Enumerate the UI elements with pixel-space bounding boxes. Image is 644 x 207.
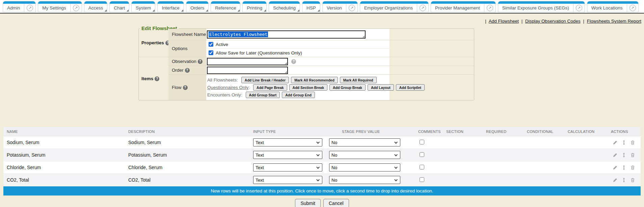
comments-checkbox[interactable] [420,177,424,182]
tab-popup-button[interactable]: ↗ [24,4,35,12]
edit-pencil-icon[interactable] [613,140,618,145]
tab-employer-organizations[interactable]: Employer Organizations ↗ [360,1,429,12]
row-insert-position-bar[interactable]: New rows will be inserted at this positi… [3,186,641,196]
edit-pencil-icon[interactable] [613,165,618,170]
move-row-icon[interactable] [621,153,626,158]
tab-label: Scheduling [269,4,300,12]
column-header-name: NAME [3,130,125,134]
tab-popup-button[interactable]: ↗ [484,4,495,12]
tab-version[interactable]: Version ↗ [322,1,358,12]
tab-my-settings[interactable]: My Settings ↗ [38,1,82,12]
comments-checkbox[interactable] [420,140,424,144]
option-allow-save: Allow Save for Later (Questionnaires Onl… [206,49,390,57]
cancel-button[interactable]: Cancel [323,199,349,207]
stage-prev-value-select[interactable]: No [329,163,400,171]
stage-prev-value-select[interactable]: No [329,176,400,184]
form-actions: Submit Cancel [0,199,644,207]
delete-trash-icon[interactable] [630,165,635,170]
field-label-text: Observation [172,59,196,64]
display-observation-codes-link[interactable]: Display Observation Codes [525,19,581,24]
tab-scheduling[interactable]: Scheduling [269,1,300,12]
add-section-break-button[interactable]: Add Section Break [289,84,327,91]
chevron-down-icon [316,178,320,181]
edit-pencil-icon[interactable] [613,178,618,183]
tab-provider-management[interactable]: Provider Management ↗ [431,1,496,12]
flowsheets-system-report-link[interactable]: Flowsheets System Report [587,19,641,24]
move-row-icon[interactable] [621,178,626,183]
edit-flowsheet-fieldset: Edit Flowsheet Properties ? Flowsheet Na… [138,28,474,100]
item-description: Potassium, Serum [125,152,250,158]
link-separator: | [583,19,584,24]
add-line-break-header-button[interactable]: Add Line Break / Header [241,77,289,83]
tab-label: Work Locations [587,4,627,12]
flow-group-label: Questionnaires Only [207,85,248,90]
input-type-select[interactable]: Text [253,176,322,184]
select-value: Text [256,178,264,183]
order-cell [206,66,390,74]
mark-all-required-button[interactable]: Mark All Required [340,77,377,83]
tab-chart[interactable]: Chart [109,1,129,12]
help-icon[interactable]: ? [198,59,203,64]
tab-interface[interactable]: Interface [157,1,184,12]
allow-save-checkbox[interactable] [209,50,213,55]
add-page-break-button[interactable]: Add Page Break [253,84,287,91]
add-group-end-button[interactable]: Add Group End [282,92,315,98]
tab-label: System [132,4,155,12]
tab-popup-button[interactable]: ↗ [346,4,357,12]
help-icon[interactable]: ? [291,59,296,64]
menu-caret-icon [264,9,266,12]
tab-orders[interactable]: Orders [186,1,209,12]
delete-trash-icon[interactable] [630,178,635,183]
delete-trash-icon[interactable] [630,140,635,145]
flowsheet-name-input[interactable]: Electrolytes Flowsheet [207,30,366,39]
add-group-break-button[interactable]: Add Group Break [329,84,366,91]
tab-popup-button[interactable]: ↗ [627,4,638,12]
flowsheet-name-label: Flowsheet Name [168,29,206,40]
edit-pencil-icon[interactable] [613,153,618,158]
observation-label: Observation ? [168,57,206,66]
input-type-select[interactable]: Text [253,151,322,159]
menu-caret-icon [105,9,107,12]
comments-checkbox[interactable] [420,152,424,157]
move-row-icon[interactable] [621,140,626,145]
order-input[interactable] [207,67,288,74]
move-row-icon[interactable] [621,165,626,170]
input-type-select[interactable]: Text [253,138,322,146]
chevron-down-icon [394,153,398,156]
mark-all-recommended-button[interactable]: Mark All Recommended [291,77,338,83]
input-type-select[interactable]: Text [253,163,322,171]
stage-prev-value-select[interactable]: No [329,138,400,146]
tab-popup-button[interactable]: ↗ [70,4,82,12]
tab-access[interactable]: Access [84,1,108,12]
observation-input[interactable] [207,58,288,65]
all-flowsheets-row: All Flowsheets: Add Line Break / Header … [206,77,390,83]
help-icon[interactable]: ? [155,76,159,81]
tab-work-locations[interactable]: Work Locations ↗ [587,1,639,12]
add-flowsheet-link[interactable]: Add Flowsheet [489,19,519,24]
delete-trash-icon[interactable] [630,153,635,158]
tab-label: Employer Organizations [360,4,417,12]
tab-admin[interactable]: Admin ↗ [3,1,36,12]
flowsheet-items-table: NAME DESCRIPTION INPUT TYPE STAGE PREV V… [3,127,641,186]
stage-prev-value-select[interactable]: No [329,151,400,159]
add-group-start-button[interactable]: Add Group Start [246,92,280,98]
tab-hsp[interactable]: HSP [302,1,320,12]
insert-bar-text: New rows will be inserted at this positi… [211,188,433,193]
comments-checkbox[interactable] [420,165,424,169]
active-checkbox[interactable] [209,42,213,47]
flowsheet-name-cell: Electrolytes Flowsheet [206,29,390,40]
menu-caret-icon [206,9,208,12]
help-icon[interactable]: ? [183,85,188,90]
help-icon[interactable]: ? [185,68,190,73]
tab-reference[interactable]: Reference [211,1,240,12]
tab-popup-button[interactable]: ↗ [573,4,585,12]
tab-similar-exposure-groups[interactable]: Similar Exposure Groups (SEGs) ↗ [498,1,585,12]
tab-popup-button[interactable]: ↗ [417,4,428,12]
tab-system[interactable]: System [131,1,155,12]
column-header-section: SECTION [446,130,485,134]
submit-button[interactable]: Submit [295,199,321,207]
options-cell: Active Allow Save for Later (Questionnai… [206,40,390,57]
tab-printing[interactable]: Printing [242,1,267,12]
item-name: Chloride, Serum [3,165,125,170]
select-value: No [331,178,337,183]
